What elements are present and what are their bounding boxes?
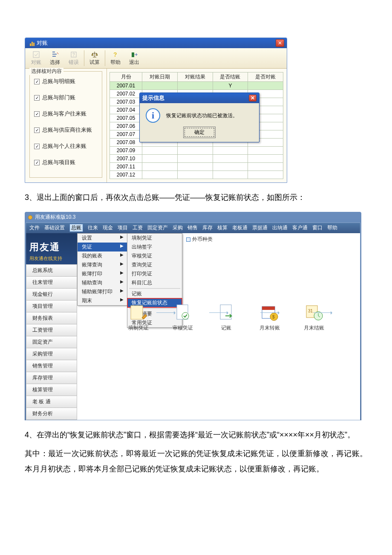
ok-button[interactable]: 确定 xyxy=(184,128,214,137)
menu-item[interactable]: 总账 xyxy=(69,224,83,232)
tb-help[interactable]: ?帮助 xyxy=(107,49,124,67)
checkbox-icon: ✓ xyxy=(34,79,40,84)
separator xyxy=(129,288,180,289)
close-icon[interactable]: ✕ xyxy=(249,95,257,101)
module-button[interactable]: 总账系统 xyxy=(26,264,77,277)
table-row[interactable]: 2007.09 xyxy=(110,147,283,155)
menu-item[interactable]: 固定资产 xyxy=(147,224,168,232)
flow-audit-voucher[interactable]: 审核凭证 xyxy=(173,303,193,332)
menu-item[interactable]: 凭证▶ xyxy=(78,243,127,251)
menu-item[interactable]: 帮助 xyxy=(327,224,337,232)
menu-item[interactable]: 窗口 xyxy=(312,224,323,232)
cb-general-supplier[interactable]: ✓总账与供应商往来账 xyxy=(34,126,98,134)
cb-general-project[interactable]: ✓总账与项目账 xyxy=(34,159,98,166)
app-title: 用友通标准版10.3 xyxy=(35,214,75,221)
module-button[interactable]: 库存管理 xyxy=(26,372,77,384)
tb-trial[interactable]: 试算 xyxy=(86,49,103,67)
menu-item[interactable]: 辅助查询▶ xyxy=(78,278,127,287)
tb-select[interactable]: 选择 xyxy=(46,49,63,67)
module-button[interactable]: 财务报表 xyxy=(26,312,77,324)
module-button[interactable]: 采购管理 xyxy=(26,348,77,360)
cb-general-detail[interactable]: ✓总账与明细账 xyxy=(34,78,98,85)
checkbox-group: ✓总账与明细账 ✓总账与部门账 ✓总账与客户往来账 ✓总账与供应商往来账 ✓总账… xyxy=(29,71,102,178)
menu-item[interactable]: 打印凭证 xyxy=(127,269,182,278)
col-header: 月份 xyxy=(110,72,142,82)
menu-item[interactable]: 记账 xyxy=(127,289,182,298)
module-button[interactable]: 往来管理 xyxy=(26,277,77,289)
chevron-right-icon: ▶ xyxy=(120,234,124,242)
menu-item[interactable]: 填制凭证 xyxy=(127,234,182,243)
checkbox-icon: ✓ xyxy=(34,160,40,165)
menu-item[interactable]: 我的账表▶ xyxy=(78,251,127,260)
module-list: 总账系统往来管理现金银行项目管理财务报表工资管理固定资产采购管理销售管理库存管理… xyxy=(26,264,77,420)
cb-label: 总账与客户往来账 xyxy=(42,110,86,118)
table-row[interactable]: 2007.12 xyxy=(110,171,283,179)
menu-item[interactable]: 查询凭证 xyxy=(127,260,182,269)
menu-item[interactable]: 科目汇总 xyxy=(127,278,182,287)
menu-item[interactable]: 现金 xyxy=(103,224,113,232)
menu-item[interactable]: 票据通 xyxy=(252,224,268,232)
tb-label: 帮助 xyxy=(110,59,121,66)
chevron-right-icon: ▶ xyxy=(120,279,124,286)
module-button[interactable]: 工资管理 xyxy=(26,324,77,336)
module-button[interactable]: 项目管理 xyxy=(26,301,77,312)
module-button[interactable]: 固定资产 xyxy=(26,336,77,348)
app-titlebar: 用友通标准版10.3 xyxy=(26,213,360,223)
checkbox-icon: ✓ xyxy=(34,95,40,101)
menubar[interactable]: 文件基础设置总账往来现金项目工资固定资产采购销售库存核算老板通票据通出纳通客户通… xyxy=(26,223,360,233)
menu-item[interactable]: 项目 xyxy=(118,224,128,232)
flow-post[interactable]: 记账 xyxy=(217,303,236,332)
menu-item[interactable]: 审核凭证 xyxy=(127,251,182,260)
menu-item[interactable]: 辅助账簿打印▶ xyxy=(78,287,127,296)
module-button[interactable]: 销售管理 xyxy=(26,360,77,372)
module-button[interactable]: 财务分析 xyxy=(26,408,77,420)
module-button[interactable]: 老 板 通 xyxy=(26,396,77,408)
chevron-right-icon: ▶ xyxy=(120,243,124,251)
menu-item[interactable]: 期末▶ xyxy=(78,296,127,305)
menu-item[interactable]: 账簿查询▶ xyxy=(78,260,127,269)
menu-item[interactable]: 基础设置 xyxy=(44,224,65,232)
menu-item[interactable]: 出纳签字 xyxy=(127,243,182,251)
tb-error: ?错误 xyxy=(65,49,82,67)
menu-item[interactable]: 销售 xyxy=(187,224,198,232)
canvas: 常用摘要 外币种类 设置▶凭证▶我的账表▶账簿查询▶账簿打印▶辅助查询▶辅助账簿… xyxy=(77,233,360,420)
menu-item[interactable]: 文件 xyxy=(29,224,40,232)
menu-item[interactable]: 老板通 xyxy=(232,224,248,232)
tb-label: 对账 xyxy=(31,59,41,66)
menu-item[interactable]: 工资 xyxy=(133,224,143,232)
menu-item[interactable]: 库存 xyxy=(202,224,213,232)
brand-title: 用友通 xyxy=(29,241,74,254)
menu-item[interactable]: 出纳通 xyxy=(272,224,288,232)
cb-general-customer[interactable]: ✓总账与客户往来账 xyxy=(34,110,98,118)
reconcile-icon xyxy=(32,50,40,59)
col-header: 是否结账 xyxy=(213,72,248,82)
menu-item[interactable]: 设置▶ xyxy=(78,234,127,243)
module-button[interactable]: 核算管理 xyxy=(26,384,77,396)
flow-month-close[interactable]: 31 月末结账 xyxy=(304,303,324,332)
col-header: 对账日期 xyxy=(142,72,178,82)
svg-text:?: ? xyxy=(72,52,75,57)
msgbox-title: 提示信息 xyxy=(142,94,164,102)
menu-item[interactable]: 往来 xyxy=(88,224,98,232)
cb-general-personal[interactable]: ✓总账与个人往来账 xyxy=(34,142,98,150)
menu-item[interactable]: 采购 xyxy=(173,224,183,232)
topbar-item-currency[interactable]: 外币种类 xyxy=(186,236,213,243)
tb-exit[interactable]: 退出 xyxy=(126,49,143,67)
table-row[interactable]: 2007.10 xyxy=(110,155,283,163)
cb-label: 总账与个人往来账 xyxy=(42,142,86,150)
menu-item[interactable]: 账簿打印▶ xyxy=(78,269,127,278)
cb-label: 总账与部门账 xyxy=(42,94,75,101)
table-row[interactable]: 2007.01Y xyxy=(110,82,283,90)
menu-item[interactable]: 客户通 xyxy=(292,224,308,232)
svg-rect-0 xyxy=(33,52,39,58)
menu-item[interactable]: 核算 xyxy=(217,224,228,232)
cb-label: 总账与项目账 xyxy=(42,159,75,166)
tb-label: 错误 xyxy=(69,59,79,66)
flow-fill-voucher[interactable]: 填制凭证 xyxy=(128,303,149,332)
table-row[interactable]: 2007.11 xyxy=(110,163,283,171)
close-icon[interactable]: ✕ xyxy=(276,39,284,47)
cb-general-dept[interactable]: ✓总账与部门账 xyxy=(34,94,98,101)
flow-month-transfer[interactable]: $ 月末转账 xyxy=(259,303,280,332)
chevron-right-icon: ▶ xyxy=(120,270,124,278)
module-button[interactable]: 现金银行 xyxy=(26,289,77,301)
